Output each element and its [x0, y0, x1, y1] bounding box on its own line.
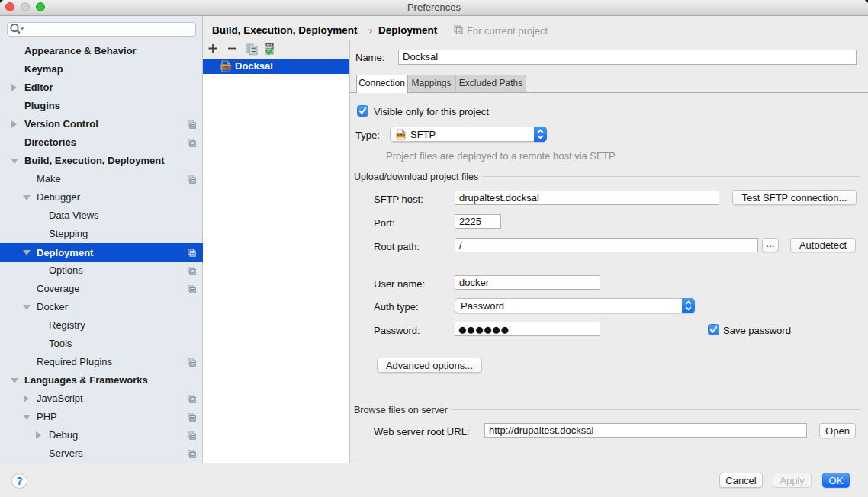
- svg-text:sftp: sftp: [397, 133, 405, 137]
- svg-text:sftp: sftp: [222, 65, 230, 69]
